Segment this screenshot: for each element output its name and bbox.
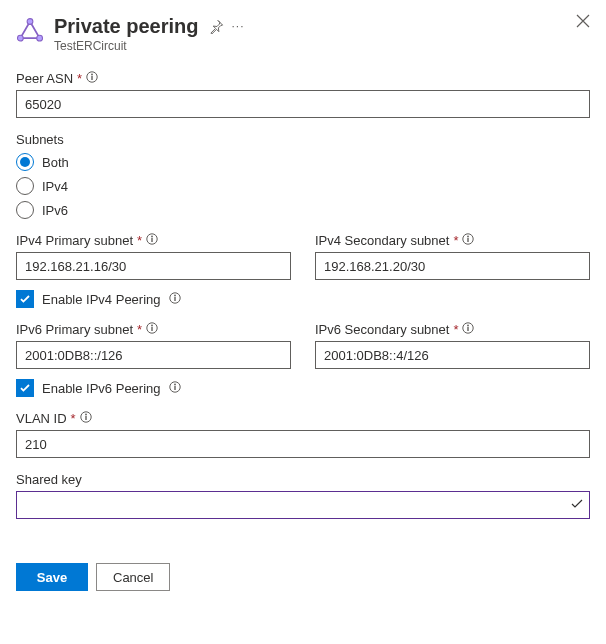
ipv4-subnets-row: IPv4 Primary subnet * IPv4 Secondary sub… [16, 233, 590, 308]
required-asterisk: * [453, 322, 458, 337]
pin-icon[interactable] [209, 19, 224, 34]
checkbox-checked-icon [16, 290, 34, 308]
shared-key-label: Shared key [16, 472, 82, 487]
subnets-field: Subnets Both IPv4 IPv6 [16, 132, 590, 219]
svg-rect-23 [174, 386, 175, 390]
svg-rect-14 [174, 297, 175, 301]
footer-buttons: Save Cancel [16, 563, 590, 591]
close-button[interactable] [576, 14, 590, 28]
ipv4-secondary-label: IPv4 Secondary subnet [315, 233, 449, 248]
svg-point-2 [17, 35, 23, 41]
ipv6-secondary-input[interactable] [315, 341, 590, 369]
vlan-id-field: VLAN ID * [16, 411, 590, 458]
enable-ipv4-checkbox[interactable]: Enable IPv4 Peering [16, 290, 590, 308]
info-icon[interactable] [146, 233, 158, 248]
radio-both[interactable]: Both [16, 153, 590, 171]
checkbox-checked-icon [16, 379, 34, 397]
svg-rect-20 [468, 327, 469, 331]
shared-key-field: Shared key [16, 472, 590, 519]
info-icon[interactable] [146, 322, 158, 337]
svg-rect-11 [468, 238, 469, 242]
svg-point-25 [85, 414, 87, 416]
ipv4-primary-label: IPv4 Primary subnet [16, 233, 133, 248]
vlan-id-input[interactable] [16, 430, 590, 458]
info-icon[interactable] [462, 322, 474, 337]
svg-point-4 [91, 74, 93, 76]
page-title: Private peering [54, 14, 199, 38]
radio-ipv4-label: IPv4 [42, 179, 68, 194]
ipv4-secondary-input[interactable] [315, 252, 590, 280]
enable-ipv6-checkbox[interactable]: Enable IPv6 Peering [16, 379, 590, 397]
required-asterisk: * [137, 322, 142, 337]
info-icon[interactable] [169, 292, 181, 307]
header-text-block: Private peering ··· TestERCircuit [54, 14, 566, 53]
svg-point-0 [27, 19, 33, 25]
page-subtitle: TestERCircuit [54, 39, 566, 53]
svg-rect-26 [85, 416, 86, 420]
svg-rect-17 [151, 327, 152, 331]
cancel-button[interactable]: Cancel [96, 563, 170, 591]
peer-asn-field: Peer ASN * [16, 71, 590, 118]
required-asterisk: * [453, 233, 458, 248]
ipv6-primary-label: IPv6 Primary subnet [16, 322, 133, 337]
info-icon[interactable] [462, 233, 474, 248]
subnets-label: Subnets [16, 132, 64, 147]
enable-ipv6-label: Enable IPv6 Peering [42, 381, 161, 396]
peering-logo-icon [16, 18, 44, 46]
enable-ipv4-label: Enable IPv4 Peering [42, 292, 161, 307]
radio-ipv6-label: IPv6 [42, 203, 68, 218]
more-icon[interactable]: ··· [232, 19, 245, 33]
info-icon[interactable] [86, 71, 98, 86]
radio-ipv4[interactable]: IPv4 [16, 177, 590, 195]
info-icon[interactable] [169, 381, 181, 396]
svg-point-1 [37, 35, 43, 41]
svg-point-19 [468, 325, 470, 327]
ipv4-primary-input[interactable] [16, 252, 291, 280]
ipv6-primary-input[interactable] [16, 341, 291, 369]
subnets-radio-group: Both IPv4 IPv6 [16, 153, 590, 219]
svg-point-13 [174, 294, 176, 296]
svg-rect-8 [151, 238, 152, 242]
shared-key-input[interactable] [16, 491, 590, 519]
info-icon[interactable] [80, 411, 92, 426]
required-asterisk: * [71, 411, 76, 426]
required-asterisk: * [77, 71, 82, 86]
required-asterisk: * [137, 233, 142, 248]
svg-point-10 [468, 236, 470, 238]
peer-asn-label: Peer ASN [16, 71, 73, 86]
ipv6-subnets-row: IPv6 Primary subnet * IPv6 Secondary sub… [16, 322, 590, 397]
svg-point-22 [174, 383, 176, 385]
vlan-id-label: VLAN ID [16, 411, 67, 426]
peer-asn-input[interactable] [16, 90, 590, 118]
svg-rect-5 [91, 76, 92, 80]
blade-header: Private peering ··· TestERCircuit [16, 14, 590, 53]
save-button[interactable]: Save [16, 563, 88, 591]
svg-point-16 [151, 325, 153, 327]
svg-point-7 [151, 236, 153, 238]
radio-ipv6[interactable]: IPv6 [16, 201, 590, 219]
radio-both-label: Both [42, 155, 69, 170]
ipv6-secondary-label: IPv6 Secondary subnet [315, 322, 449, 337]
